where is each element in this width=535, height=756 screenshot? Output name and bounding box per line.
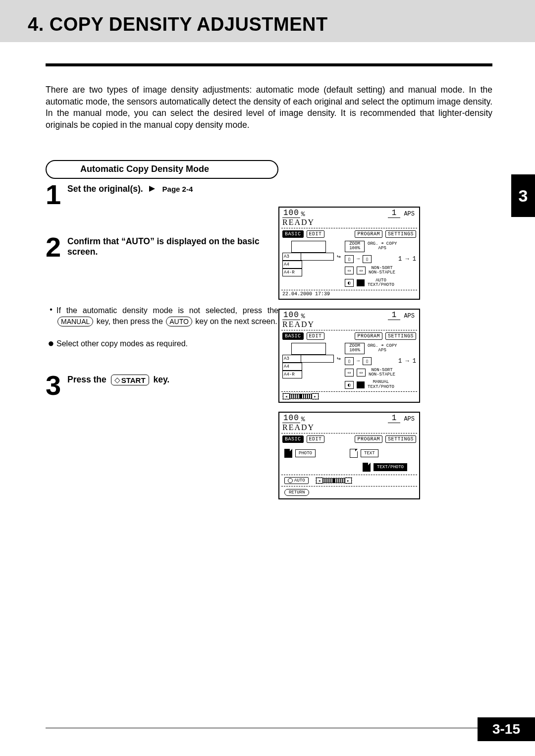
aps-label: APS <box>402 415 416 423</box>
orig-portrait-icon: ▯ <box>345 255 354 263</box>
non-sort-label[interactable]: NON-SORT NON-STAPLE <box>369 368 395 378</box>
status-ready: READY <box>279 218 419 228</box>
doc-type-icon <box>357 381 365 388</box>
photo-mode-button[interactable]: PHOTO <box>295 449 316 457</box>
density-darker-button[interactable]: ▸ <box>345 478 352 484</box>
one-to-one[interactable]: 1 → 1 <box>398 358 416 365</box>
return-button[interactable]: RETURN <box>284 489 309 496</box>
lcd-screen-basic-auto: 100 % 1 APS READY BASIC EDIT PROGRAM SET… <box>278 207 420 300</box>
ref-arrow-icon <box>149 186 155 192</box>
aps-label: APS <box>402 210 416 218</box>
copy-count: 1 <box>388 209 401 218</box>
density-mode-label[interactable]: AUTO TEXT/PHOTO <box>368 278 394 288</box>
tab-edit[interactable]: EDIT <box>307 435 324 443</box>
one-to-one[interactable]: 1 → 1 <box>398 256 416 263</box>
bullet-marker: ● <box>46 338 56 349</box>
lcd-screen-density-mode: 100 % 1 APS READY BASIC EDIT PROGRAM SET… <box>278 412 420 499</box>
density-slider[interactable]: ◂ ▸ <box>282 393 319 400</box>
density-auto-icon: ◐ <box>345 279 354 287</box>
tab-basic[interactable]: BASIC <box>282 230 304 238</box>
tab-basic[interactable]: BASIC <box>282 332 304 340</box>
tray-a3[interactable]: A3 <box>282 253 301 261</box>
copy-portrait-icon: ▯ <box>363 357 372 365</box>
doc-type-icon <box>357 279 365 286</box>
start-keycap: START <box>111 375 149 385</box>
arrow-icon: → <box>357 358 360 364</box>
tab-settings[interactable]: SETTINGS <box>385 332 416 340</box>
bullet-list: • If the automatic density mode is not s… <box>46 301 278 361</box>
copy-portrait-icon: ▯ <box>363 255 372 263</box>
step-1: 1 Set the original(s). Page 2-4 <box>46 181 278 209</box>
step-number: 1 <box>46 181 67 209</box>
step-3-prefix: Press the <box>67 375 107 384</box>
org-copy-button[interactable]: ORG. ➜ COPY APS <box>368 344 397 353</box>
percent-icon: % <box>301 313 305 320</box>
sort-icon: ▭ <box>345 267 354 274</box>
tab-settings[interactable]: SETTINGS <box>385 230 416 238</box>
density-darker-button[interactable]: ▸ <box>312 393 319 399</box>
section-heading: Automatic Copy Density Mode <box>80 164 209 174</box>
bottom-rule <box>46 728 492 728</box>
zoom-button[interactable]: ZOOM 100% <box>345 241 365 252</box>
step-3: 3 Press the START key. <box>46 369 278 399</box>
density-mode-label[interactable]: MANUAL TEXT/PHOTO <box>368 380 394 389</box>
top-rule <box>46 63 492 66</box>
feed-icon: ↪ <box>337 253 341 261</box>
tray-a4[interactable]: A4 <box>282 261 302 269</box>
percent-icon: % <box>301 416 305 423</box>
step-2-text: Confirm that “AUTO” is displayed on the … <box>67 236 260 257</box>
auto-keycap: AUTO <box>166 317 192 327</box>
density-lighter-button[interactable]: ◂ <box>316 478 323 484</box>
zoom-button[interactable]: ZOOM 100% <box>345 343 365 354</box>
tray-diagram: A3↪ A4 A4-R <box>282 241 341 288</box>
tab-program[interactable]: PROGRAM <box>355 435 382 443</box>
copy-count: 1 <box>388 414 401 423</box>
density-lighter-button[interactable]: ◂ <box>283 393 290 399</box>
tray-a4r[interactable]: A4-R <box>282 269 302 276</box>
density-slider[interactable]: ◂ ▸ <box>316 477 352 484</box>
status-ready: READY <box>279 320 419 330</box>
copy-count: 1 <box>388 311 401 320</box>
feed-icon: ↪ <box>337 355 341 363</box>
aps-label: APS <box>402 312 416 320</box>
status-ready: READY <box>279 423 419 433</box>
text-icon <box>350 449 358 458</box>
tray-a4r[interactable]: A4-R <box>282 371 302 378</box>
textphoto-mode-button[interactable]: TEXT/PHOTO <box>374 463 407 471</box>
step-1-text: Set the original(s). <box>67 184 143 194</box>
tray-a4[interactable]: A4 <box>282 363 302 371</box>
non-sort-label[interactable]: NON-SORT NON-STAPLE <box>369 266 395 275</box>
step-number: 3 <box>46 372 67 399</box>
percent-icon: % <box>301 211 305 218</box>
staple-icon: ▭ <box>357 369 366 377</box>
tab-edit[interactable]: EDIT <box>307 332 324 340</box>
org-copy-button[interactable]: ORG. ➜ COPY APS <box>368 242 397 251</box>
staple-icon: ▭ <box>357 267 366 274</box>
photo-icon <box>284 449 292 458</box>
orig-portrait-icon: ▯ <box>345 357 354 365</box>
title-band: 4. COPY DENSITY ADJUSTMENT <box>0 0 535 42</box>
zoom-value: 100 <box>282 414 300 423</box>
step-2: 2 Confirm that “AUTO” is displayed on th… <box>46 233 278 261</box>
tab-edit[interactable]: EDIT <box>307 230 324 238</box>
datetime-label: 22.04.2000 17:39 <box>282 291 416 297</box>
step-3-suffix: key. <box>153 375 169 384</box>
tab-program[interactable]: PROGRAM <box>355 332 382 340</box>
tray-diagram: A3↪ A4 A4-R <box>282 343 341 390</box>
page-ref: Page 2-4 <box>162 185 193 193</box>
zoom-value: 100 <box>282 209 300 218</box>
textphoto-icon <box>363 463 371 472</box>
tab-settings[interactable]: SETTINGS <box>385 435 416 443</box>
tray-a3[interactable]: A3 <box>282 355 301 363</box>
arrow-icon: → <box>357 256 360 262</box>
tab-basic[interactable]: BASIC <box>282 435 304 443</box>
lcd-screen-basic-manual: 100 % 1 APS READY BASIC EDIT PROGRAM SET… <box>278 309 420 403</box>
auto-density-button[interactable]: AUTO <box>284 477 309 484</box>
intro-paragraph: There are two types of image density adj… <box>46 84 492 131</box>
text-mode-button[interactable]: TEXT <box>361 449 378 457</box>
tab-program[interactable]: PROGRAM <box>355 230 382 238</box>
bullet-marker: • <box>46 305 56 326</box>
page-number: 3-15 <box>478 717 535 741</box>
zoom-value: 100 <box>282 311 300 320</box>
chapter-tab: 3 <box>511 174 535 217</box>
